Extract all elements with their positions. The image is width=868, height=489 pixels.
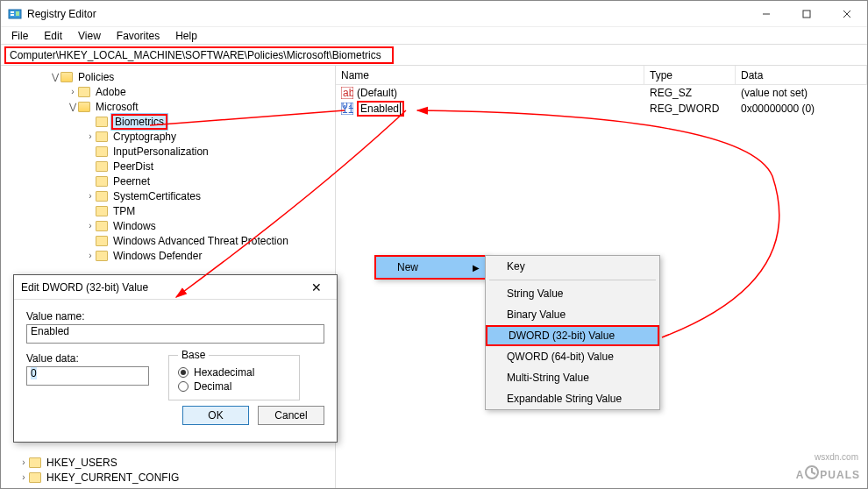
folder-icon — [96, 176, 108, 187]
value-data-label: Value data: — [26, 352, 149, 365]
col-type[interactable]: Type — [644, 66, 736, 84]
tree-item[interactable]: Windows — [111, 220, 158, 232]
folder-icon — [78, 102, 90, 112]
menu-item-expandstring[interactable]: Expandable String Value — [486, 388, 659, 409]
tree-hkey-current-config[interactable]: HKEY_CURRENT_CONFIG — [45, 471, 181, 484]
menu-item-dword[interactable]: DWORD (32-bit) Value — [486, 325, 659, 346]
tree-policies[interactable]: Policies — [76, 71, 116, 83]
radio-hexadecimal[interactable]: Hexadecimal — [178, 366, 290, 379]
tree-item[interactable]: Peernet — [111, 175, 152, 188]
tree-item[interactable]: PeerDist — [111, 160, 155, 173]
base-legend: Base — [178, 349, 209, 361]
tree-biometrics[interactable]: Biometrics — [111, 114, 167, 130]
ok-button[interactable]: OK — [182, 406, 249, 425]
menu-separator — [489, 280, 656, 280]
folder-icon — [96, 131, 108, 142]
folder-icon — [29, 472, 41, 483]
tree-item[interactable]: Windows Defender — [111, 250, 203, 262]
expander-icon[interactable]: › — [85, 131, 96, 141]
list-row[interactable]: ab (Default) REG_SZ (value not set) — [336, 85, 867, 101]
context-menu-new: New▶ — [374, 255, 488, 280]
expander-icon[interactable]: › — [85, 191, 96, 201]
menu-favorites[interactable]: Favorites — [110, 28, 167, 44]
svg-text:ab: ab — [343, 87, 353, 99]
tree-item[interactable]: TPM — [111, 205, 137, 217]
context-submenu: Key String Value Binary Value DWORD (32-… — [485, 255, 660, 410]
folder-icon — [96, 191, 108, 202]
menu-item-string[interactable]: String Value — [486, 283, 659, 304]
cancel-button[interactable]: Cancel — [258, 406, 324, 425]
value-name-editing[interactable]: Enabled — [357, 101, 404, 117]
menu-edit[interactable]: Edit — [37, 28, 69, 44]
tree-microsoft[interactable]: Microsoft — [94, 101, 140, 113]
expander-icon[interactable]: › — [18, 472, 29, 482]
svg-text:110: 110 — [342, 103, 353, 115]
menu-item-multistring[interactable]: Multi-String Value — [486, 367, 659, 388]
value-data-input[interactable]: 0 — [26, 366, 149, 386]
folder-icon — [96, 161, 108, 172]
watermark: APUALS — [796, 463, 860, 483]
dword-value-icon: 011110 — [341, 103, 353, 115]
svg-rect-2 — [11, 14, 14, 16]
menu-help[interactable]: Help — [168, 28, 204, 44]
tree-item[interactable]: SystemCertificates — [111, 190, 203, 202]
regedit-icon — [8, 7, 22, 21]
folder-icon — [60, 72, 73, 82]
folder-icon — [96, 117, 108, 127]
expander-icon[interactable]: › — [85, 251, 96, 260]
expander-icon[interactable]: › — [18, 457, 29, 467]
tree-item[interactable]: Windows Advanced Threat Protection — [111, 235, 290, 247]
expander-icon[interactable]: › — [68, 87, 78, 96]
base-fieldset: Base Hexadecimal Decimal — [168, 349, 300, 400]
value-name-label: Value name: — [26, 310, 324, 322]
folder-icon — [78, 87, 90, 97]
source-text: wsxdn.com — [815, 452, 858, 462]
value-name-input[interactable]: Enabled — [26, 324, 324, 344]
value-type: REG_SZ — [644, 87, 736, 99]
value-type: REG_DWORD — [644, 103, 736, 115]
list-header: Name Type Data — [336, 66, 867, 85]
expander-icon[interactable]: ⋁ — [50, 72, 60, 82]
address-bar: Computer\HKEY_LOCAL_MACHINE\SOFTWARE\Pol… — [1, 45, 867, 66]
address-text: Computer\HKEY_LOCAL_MACHINE\SOFTWARE\Pol… — [10, 49, 381, 61]
menu-bar: File Edit View Favorites Help — [1, 27, 867, 45]
submenu-arrow-icon: ▶ — [473, 263, 480, 273]
col-data[interactable]: Data — [736, 66, 867, 84]
folder-icon — [96, 221, 108, 231]
tree-adobe[interactable]: Adobe — [94, 86, 128, 98]
menu-item-key[interactable]: Key — [486, 256, 659, 277]
edit-dword-dialog: Edit DWORD (32-bit) Value ✕ Value name: … — [13, 274, 338, 443]
string-value-icon: ab — [341, 87, 353, 99]
svg-rect-1 — [11, 11, 14, 13]
menu-file[interactable]: File — [4, 28, 35, 44]
col-name[interactable]: Name — [336, 66, 644, 84]
title-bar: Registry Editor — [1, 1, 867, 27]
value-data: 0x00000000 (0) — [736, 103, 867, 115]
folder-icon — [96, 251, 108, 261]
address-input[interactable]: Computer\HKEY_LOCAL_MACHINE\SOFTWARE\Pol… — [4, 46, 394, 64]
menu-item-new[interactable]: New▶ — [376, 257, 487, 278]
dialog-title: Edit DWORD (32-bit) Value — [21, 281, 303, 294]
radio-decimal[interactable]: Decimal — [178, 380, 290, 393]
value-name: (Default) — [357, 87, 397, 99]
tree-item[interactable]: Cryptography — [111, 131, 178, 143]
menu-item-binary[interactable]: Binary Value — [486, 304, 659, 325]
close-button[interactable] — [827, 1, 867, 26]
expander-icon[interactable]: ⋁ — [68, 102, 78, 111]
value-data: (value not set) — [736, 87, 867, 99]
menu-item-qword[interactable]: QWORD (64-bit) Value — [486, 346, 659, 367]
tree-item[interactable]: InputPersonalization — [111, 145, 210, 158]
window-title: Registry Editor — [27, 8, 746, 20]
list-row[interactable]: 011110 Enabled REG_DWORD 0x00000000 (0) — [336, 101, 867, 117]
folder-icon — [96, 236, 108, 246]
dialog-close-button[interactable]: ✕ — [303, 280, 330, 294]
expander-icon[interactable]: › — [85, 221, 96, 230]
minimize-button[interactable] — [746, 1, 786, 26]
folder-icon — [96, 206, 108, 216]
svg-rect-5 — [803, 11, 810, 18]
maximize-button[interactable] — [786, 1, 827, 26]
svg-rect-3 — [16, 11, 19, 16]
folder-icon — [96, 146, 108, 157]
menu-view[interactable]: View — [71, 28, 108, 44]
tree-hkey-users[interactable]: HKEY_USERS — [45, 457, 119, 469]
